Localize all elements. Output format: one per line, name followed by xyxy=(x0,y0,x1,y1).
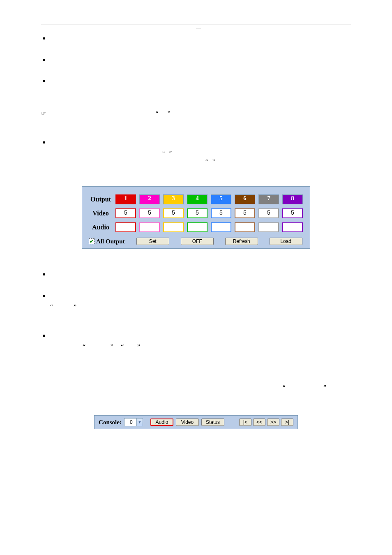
video-button[interactable]: Video xyxy=(176,419,199,426)
bullet-item xyxy=(41,271,351,281)
close-quote: ” xyxy=(168,110,171,117)
open-quote: “ xyxy=(162,150,165,156)
open-quote: “ xyxy=(121,343,124,350)
audio-header: Audio xyxy=(89,222,113,233)
video-input-1[interactable]: 5 xyxy=(115,208,136,218)
set-button[interactable]: Set xyxy=(136,238,169,245)
bullet-item: “ ” “ ” xyxy=(41,139,351,175)
output-col-7: 7 xyxy=(258,194,279,204)
audio-input-2[interactable] xyxy=(139,222,160,232)
open-quote: “ xyxy=(205,159,208,165)
audio-input-7[interactable] xyxy=(258,222,279,232)
close-quote: ” xyxy=(323,384,326,391)
console-panel: Console: 0 ▼ Audio Video Status |< << >>… xyxy=(94,415,298,429)
status-button[interactable]: Status xyxy=(201,419,224,426)
output-col-4: 4 xyxy=(187,194,208,204)
video-input-5[interactable]: 5 xyxy=(211,208,231,218)
audio-input-4[interactable] xyxy=(187,222,208,232)
audio-button[interactable]: Audio xyxy=(150,419,173,426)
output-col-6: 6 xyxy=(235,194,255,204)
all-output-label: All Output xyxy=(96,238,125,245)
output-header: Output xyxy=(89,194,113,205)
output-col-1: 1 xyxy=(115,194,136,204)
console-dropdown-value: 0 xyxy=(125,419,136,425)
open-quote: “ xyxy=(156,110,159,117)
bullet-list-1: “ ” “ ” xyxy=(41,35,351,175)
video-input-6[interactable]: 5 xyxy=(235,208,255,218)
open-quote: “ xyxy=(83,343,85,350)
video-input-2[interactable]: 5 xyxy=(139,208,160,218)
bullet-item: “ ” xyxy=(41,292,351,321)
nav-first-button[interactable]: |< xyxy=(239,419,251,426)
close-quote: ” xyxy=(111,343,113,350)
audio-input-6[interactable] xyxy=(235,222,255,232)
open-quote: “ xyxy=(283,384,286,391)
bullet-list-2: “ ” “ ” “ ” xyxy=(41,271,351,352)
open-quote: “ xyxy=(50,303,53,310)
close-quote: ” xyxy=(169,150,172,156)
nav-button-group: |< << >> >| xyxy=(239,419,293,426)
close-quote: ” xyxy=(137,343,140,350)
video-input-7[interactable]: 5 xyxy=(258,208,279,218)
all-output-checkbox[interactable]: ✔ xyxy=(89,238,95,244)
bullet-item xyxy=(41,56,351,66)
nav-last-button[interactable]: >| xyxy=(281,419,293,426)
console-label: Console: xyxy=(99,419,122,426)
nav-prev-button[interactable]: << xyxy=(253,419,265,426)
console-dropdown[interactable]: 0 ▼ xyxy=(124,418,143,426)
video-input-8[interactable]: 5 xyxy=(282,208,303,218)
audio-input-5[interactable] xyxy=(211,222,231,232)
off-button[interactable]: OFF xyxy=(181,238,214,245)
close-quote: ” xyxy=(212,159,215,165)
nav-next-button[interactable]: >> xyxy=(267,419,279,426)
mapping-table: Output 1 2 3 4 5 6 7 8 Video 5 5 5 5 5 xyxy=(86,191,306,236)
close-quote: ” xyxy=(74,303,76,310)
header-dash: — xyxy=(196,25,201,31)
bullet-item xyxy=(41,78,351,97)
output-col-8: 8 xyxy=(282,194,303,204)
bullet-item-note: “ ” xyxy=(41,109,351,127)
audio-input-3[interactable] xyxy=(163,222,184,232)
output-col-3: 3 xyxy=(163,194,184,204)
audio-input-1[interactable] xyxy=(115,222,136,232)
bullet-item xyxy=(41,35,351,45)
video-input-3[interactable]: 5 xyxy=(163,208,184,218)
load-button[interactable]: Load xyxy=(270,238,302,245)
mapping-table-controls: ✔ All Output Set OFF Refresh Load xyxy=(86,236,306,246)
output-col-5: 5 xyxy=(211,194,231,204)
audio-input-8[interactable] xyxy=(282,222,303,232)
bullet-item: “ ” “ ” xyxy=(41,332,351,352)
video-input-4[interactable]: 5 xyxy=(187,208,208,218)
video-header: Video xyxy=(89,208,113,219)
mapping-table-panel: Output 1 2 3 4 5 6 7 8 Video 5 5 5 5 5 xyxy=(82,186,310,249)
refresh-button[interactable]: Refresh xyxy=(225,238,258,245)
chevron-down-icon: ▼ xyxy=(136,419,143,426)
output-col-2: 2 xyxy=(139,194,160,204)
